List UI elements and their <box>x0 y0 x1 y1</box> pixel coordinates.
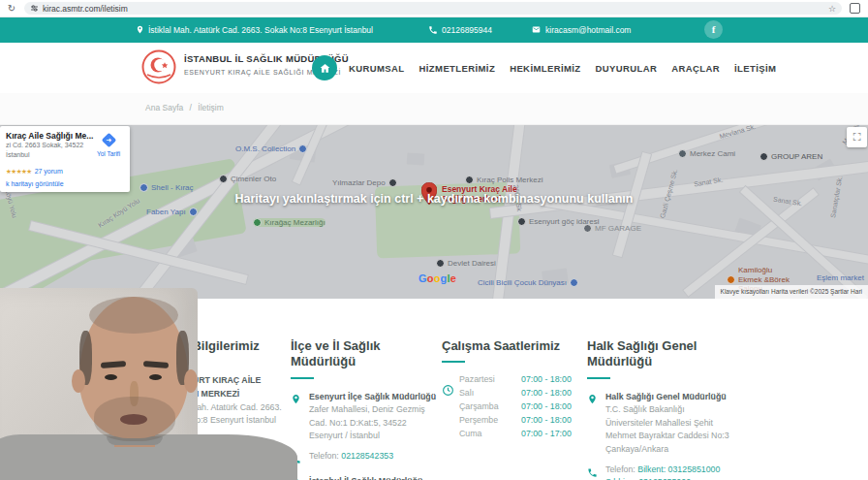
heading-underline <box>291 377 314 379</box>
section-contact-info: İletişim Bilgilerimiz ESENYURT KIRAÇ AİL… <box>145 338 283 460</box>
breadcrumb-separator: / <box>190 103 192 112</box>
contact-address1: İstiklal Mah. Atatürk Cad. 2663. <box>164 401 283 415</box>
section-district-directorate: İlçe ve İl Sağlık Müdürlüğü Esenyurt İlç… <box>291 338 438 480</box>
reviews-link[interactable]: 27 yorum <box>35 168 63 175</box>
topbar-phone[interactable]: 02126895944 <box>428 16 492 43</box>
person-mouth <box>120 414 147 425</box>
url-text: kirac.asmtr.com/iletisim <box>43 4 828 14</box>
pin-icon <box>136 24 144 35</box>
contact-phone-entry: Telefon: 02126895944 <box>145 434 283 453</box>
main-nav: KURUMSAL HİZMETLERİMİZ HEKİMLERİMİZ DUYU… <box>349 43 776 93</box>
hours-time: 07:00 - 18:00 <box>521 401 579 411</box>
phone-label: Telefon: <box>309 451 339 461</box>
ph-addr1: T.C. Sağlık Bakanlığı <box>605 403 729 417</box>
contact-address2: Sokak No:8 Esenyurt İstanbul <box>164 414 283 428</box>
public-health-heading: Halk Sağlığı Genel Müdürlüğü <box>587 338 750 370</box>
topbar-address: İstiklal Mah. Atatürk Cad. 2663. Sokak N… <box>136 16 373 43</box>
browser-extra-icon[interactable] <box>850 3 860 14</box>
clock-icon <box>442 383 454 400</box>
pin-icon <box>291 391 302 444</box>
site-header: İSTANBUL İL SAĞLIK MÜDÜRLÜĞÜ ESENYURT KI… <box>0 43 868 93</box>
hours-time: 07:00 - 18:00 <box>521 374 579 384</box>
hours-time: 07:00 - 17:00 <box>521 429 579 438</box>
home-button[interactable] <box>312 55 337 80</box>
browser-chrome: ↻ kirac.asmtr.com/iletisim ☆ <box>0 0 868 17</box>
directions-icon: ➜ <box>101 133 116 148</box>
ph-addr3: Mehmet Bayraktar Caddesi No:3 <box>605 430 729 443</box>
district-phone-link[interactable]: 02128542353 <box>341 451 393 461</box>
ph-phone1-link[interactable]: Bilkent: 03125851000 <box>637 464 720 474</box>
breadcrumb-home[interactable]: Ana Sayfa <box>145 103 183 112</box>
district-phone-entry: Telefon: 02128542353 <box>291 450 438 468</box>
heading-underline <box>442 361 465 363</box>
breadcrumb-bar: Ana Sayfa / İletişim <box>0 93 868 125</box>
hours-time: 07:00 - 18:00 <box>521 388 579 398</box>
hours-day: Salı <box>459 388 521 398</box>
district-entry-1: Esenyurt İlçe Sağlık Müdürlüğü Zafer Mah… <box>291 391 438 444</box>
hours-heading: Çalışma Saatlerimiz <box>442 338 579 354</box>
nav-item-kurumsal[interactable]: KURUMSAL <box>349 63 405 74</box>
address-bar[interactable]: kirac.asmtr.com/iletisim ☆ <box>24 2 842 15</box>
directions-button[interactable]: ➜ Yol Tarifi <box>91 135 126 157</box>
district-entry-2: İstanbul İl Sağlık Müdürlüğü Binbirdirek… <box>291 475 438 480</box>
phone-label: Telefon: <box>164 435 194 445</box>
top-info-bar: İstiklal Mah. Atatürk Cad. 2663. Sokak N… <box>0 16 868 43</box>
contact-entry: ESENYURT KIRAÇ AİLE SAĞLIĞI MERKEZİ İsti… <box>145 374 283 428</box>
ph-addr2: Üniversiteler Mahallesi Şehit <box>605 417 729 431</box>
google-map-embed[interactable]: Kıraç Köyü Yolu Kıraç Köyü Yolu Mevlana … <box>0 124 868 299</box>
pin-icon <box>145 374 157 428</box>
topbar-email-text: kiracasm@hotmail.com <box>545 25 631 35</box>
google-logo[interactable]: Google <box>418 272 456 284</box>
ph-addr4: Çankaya/Ankara <box>605 443 729 457</box>
phone-label: Telefon: <box>605 464 636 474</box>
person-eye <box>105 374 117 380</box>
nav-item-duyurular[interactable]: DUYURULAR <box>596 63 658 74</box>
topbar-email[interactable]: kiracasm@hotmail.com <box>531 16 631 43</box>
hours-table: Pazartesi07:00 - 18:00 Salı07:00 - 18:00… <box>459 374 579 438</box>
site-info-icon[interactable] <box>30 4 39 13</box>
rating-stars: ★★★★★ <box>6 168 32 175</box>
phone-icon <box>145 434 157 453</box>
district-addr1: Zafer Mahallesi, Deniz Gezmiş <box>309 403 436 417</box>
nav-item-iletisim[interactable]: İLETİŞİM <box>734 63 776 74</box>
facebook-icon[interactable]: f <box>704 20 723 39</box>
topbar-phone-text: 02126895944 <box>442 25 492 35</box>
person-hair <box>79 331 92 385</box>
mail-icon <box>531 25 542 34</box>
phone-icon <box>428 25 438 35</box>
person-hair <box>89 297 178 334</box>
person-nose <box>130 381 139 406</box>
reload-icon[interactable]: ↻ <box>5 3 18 14</box>
map-attribution[interactable]: Klavye kısayolları Harita verileri ©2025… <box>715 285 868 299</box>
pin-icon <box>587 391 599 457</box>
larger-map-link[interactable]: k haritayı görüntüle <box>6 180 124 187</box>
district-entry2-title: İstanbul İl Sağlık Müdürlüğü <box>309 475 430 480</box>
hours-time: 07:00 - 18:00 <box>521 415 579 425</box>
map-info-card: Kıraç Aile Sağlığı Me... zi Cd. 2663 Sok… <box>0 126 130 192</box>
org-name: ESENYURT KIRAÇ AİLE SAĞLIĞI MERKEZİ <box>164 374 283 400</box>
topbar-address-text: İstiklal Mah. Atatürk Cad. 2663. Sokak N… <box>148 25 373 35</box>
pin-icon <box>291 475 302 480</box>
person-eyebrow <box>101 361 126 368</box>
district-addr2: Cad. No:1 D:Kat:5, 34522 <box>309 417 436 431</box>
district-heading: İlçe ve İl Sağlık Müdürlüğü <box>291 338 438 370</box>
phone-icon <box>587 464 599 480</box>
home-icon <box>319 62 331 75</box>
section-working-hours: Çalışma Saatlerimiz Pazartesi07:00 - 18:… <box>442 338 579 438</box>
contact-phone-link[interactable]: 02126895944 <box>196 435 248 445</box>
hours-day: Cuma <box>459 429 521 438</box>
health-ministry-logo[interactable] <box>141 49 176 84</box>
breadcrumb: Ana Sayfa / İletişim <box>145 103 228 112</box>
district-addr3: Esenyurt / İstanbul <box>309 430 436 443</box>
section-public-health: Halk Sağlığı Genel Müdürlüğü Halk Sağlığ… <box>587 338 750 480</box>
nav-item-araclar[interactable]: ARAÇLAR <box>671 63 720 74</box>
fullscreen-button[interactable]: ⛶ <box>847 127 867 147</box>
nav-item-hizmetlerimiz[interactable]: HİZMETLERİMİZ <box>419 63 496 74</box>
public-health-entry: Halk Sağlığı Genel Müdürlüğü T.C. Sağlık… <box>587 391 750 457</box>
hours-day: Perşembe <box>459 415 521 425</box>
bookmark-star-icon[interactable]: ☆ <box>828 4 836 14</box>
breadcrumb-current: İletişim <box>198 103 223 112</box>
nav-item-hekimlerimiz[interactable]: HEKİMLERİMİZ <box>510 63 580 74</box>
hours-day: Pazartesi <box>459 374 521 384</box>
district-entry1-title: Esenyurt İlçe Sağlık Müdürlüğü <box>309 391 436 404</box>
